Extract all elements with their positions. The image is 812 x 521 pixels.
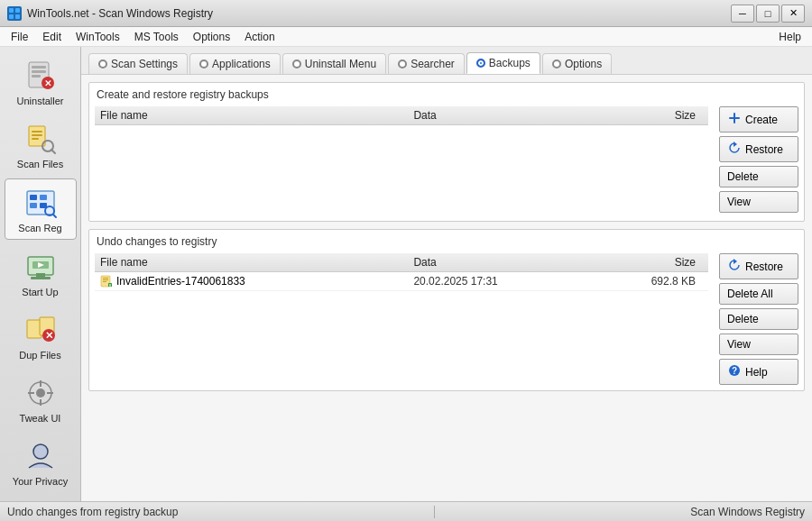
svg-text:✕: ✕ <box>44 330 52 341</box>
privacy-icon <box>23 438 59 474</box>
svg-rect-3 <box>15 14 20 19</box>
sidebar-item-startup[interactable]: Start Up <box>5 243 77 303</box>
menu-bar: File Edit WinTools MS Tools Options Acti… <box>0 27 812 47</box>
tab-uninstallmenu[interactable]: Uninstall Menu <box>282 53 386 74</box>
view-button-1[interactable]: View <box>719 191 798 213</box>
tab-searcher[interactable]: Searcher <box>388 53 465 74</box>
content-panel: Scan Settings Applications Uninstall Men… <box>81 47 812 501</box>
status-right: Scan Windows Registry <box>690 506 805 518</box>
minimize-button[interactable]: ─ <box>731 5 754 23</box>
help-button[interactable]: ? Help <box>719 359 798 385</box>
svg-text:✕: ✕ <box>44 78 51 88</box>
tab-radio-searcher <box>398 59 407 69</box>
sidebar-item-scanfiles[interactable]: Scan Files <box>5 115 77 175</box>
table-row[interactable]: R InvalidEntries-1740061833 20.02.2025 1… <box>95 272 708 291</box>
delete-button-1[interactable]: Delete <box>719 166 798 187</box>
uninstaller-icon: ✕ <box>23 58 59 94</box>
restore-button-1[interactable]: Restore <box>719 136 798 162</box>
table2-col-size: Size <box>570 256 703 269</box>
svg-rect-41 <box>734 113 735 123</box>
title-bar: WinTools.net - Scan Windows Registry ─ □… <box>0 0 812 27</box>
delete-button-2[interactable]: Delete <box>719 308 798 330</box>
restore-icon-2 <box>727 258 742 275</box>
svg-marker-42 <box>734 142 737 147</box>
sidebar: ✕ Uninstaller Scan Files <box>0 47 81 501</box>
sidebar-item-privacy[interactable]: Your Privacy <box>5 433 77 492</box>
sidebar-item-dupfiles-label: Dup Files <box>19 350 60 361</box>
table1-header: File name Data Size <box>95 106 708 125</box>
menu-options[interactable]: Options <box>186 29 237 45</box>
tab-options[interactable]: Options <box>542 53 612 74</box>
create-button[interactable]: Create <box>719 106 798 133</box>
tabs-bar: Scan Settings Applications Uninstall Men… <box>81 47 812 75</box>
menu-help[interactable]: Help <box>771 29 808 45</box>
sidebar-item-scanreg[interactable]: Scan Reg <box>5 178 77 240</box>
svg-text:?: ? <box>732 366 737 376</box>
menu-file[interactable]: File <box>4 29 35 45</box>
menu-edit[interactable]: Edit <box>35 29 69 45</box>
table1-col-data: Data <box>413 109 570 122</box>
svg-rect-44 <box>103 278 108 279</box>
cell-size: 692.8 KB <box>570 275 703 288</box>
table2-body: R InvalidEntries-1740061833 20.02.2025 1… <box>95 272 708 380</box>
section-undo-changes: Undo changes to registry File name Data … <box>88 229 805 391</box>
svg-rect-34 <box>40 380 42 387</box>
svg-rect-6 <box>32 70 46 73</box>
tab-backups[interactable]: Backups <box>466 52 540 74</box>
menu-wintools[interactable]: WinTools <box>69 29 127 45</box>
svg-rect-2 <box>9 14 14 19</box>
sidebar-item-uninstaller-label: Uninstaller <box>17 96 64 106</box>
svg-line-22 <box>53 215 56 217</box>
tab-scansettings[interactable]: Scan Settings <box>88 53 188 74</box>
svg-point-38 <box>33 444 48 459</box>
svg-marker-49 <box>734 259 737 264</box>
svg-point-33 <box>36 388 45 398</box>
close-button[interactable]: ✕ <box>781 5 805 23</box>
table1-col-filename: File name <box>100 109 413 122</box>
svg-rect-12 <box>32 134 42 136</box>
svg-line-15 <box>51 150 55 153</box>
table1-col-size: Size <box>570 109 703 122</box>
tab-applications[interactable]: Applications <box>189 53 281 74</box>
main-area: ✕ Uninstaller Scan Files <box>0 47 812 501</box>
view-button-2[interactable]: View <box>719 334 798 355</box>
table2-col-data: Data <box>413 256 570 269</box>
sidebar-item-tweakui-label: Tweak UI <box>20 413 61 424</box>
table1-body <box>95 125 708 215</box>
sidebar-item-uninstaller[interactable]: ✕ Uninstaller <box>5 52 77 112</box>
section2-btn-panel: Restore Delete All Delete View <box>714 253 804 390</box>
maximize-button[interactable]: □ <box>756 5 780 23</box>
startup-icon <box>23 249 59 285</box>
svg-rect-17 <box>30 195 37 200</box>
sidebar-item-dupfiles[interactable]: ✕ Dup Files <box>5 306 77 366</box>
window-title: WinTools.net - Scan Windows Registry <box>27 7 213 20</box>
delete-all-button[interactable]: Delete All <box>719 283 798 305</box>
scanreg-icon <box>23 185 59 221</box>
section1-title: Create and restore registry backups <box>89 83 804 106</box>
section1-btn-panel: Create Restore Delete View <box>714 106 804 221</box>
menu-mstools[interactable]: MS Tools <box>127 29 186 45</box>
status-left: Undo changes from registry backup <box>7 506 178 518</box>
app-icon <box>7 6 22 21</box>
window-controls: ─ □ ✕ <box>731 5 805 23</box>
svg-rect-45 <box>103 279 108 280</box>
restore-button-2[interactable]: Restore <box>719 253 798 279</box>
tab-radio-options <box>552 59 561 69</box>
section2-row: File name Data Size <box>89 253 804 390</box>
tab-radio-uninstallmenu <box>292 59 301 69</box>
sidebar-item-scanfiles-label: Scan Files <box>17 159 63 169</box>
section1-row: File name Data Size Create <box>89 106 804 221</box>
table2-header: File name Data Size <box>95 253 708 272</box>
panel-content: Create and restore registry backups File… <box>81 75 812 501</box>
tweakui-icon <box>23 375 59 411</box>
status-divider <box>434 506 435 518</box>
help-icon: ? <box>727 363 742 380</box>
sidebar-item-tweakui[interactable]: Tweak UI <box>5 370 77 429</box>
tab-radio-scansettings <box>98 59 107 69</box>
svg-rect-37 <box>47 392 53 394</box>
svg-rect-24 <box>31 277 51 279</box>
restore-icon-1 <box>727 141 742 158</box>
svg-rect-36 <box>28 392 34 394</box>
menu-action[interactable]: Action <box>237 29 281 45</box>
svg-rect-11 <box>32 131 42 133</box>
